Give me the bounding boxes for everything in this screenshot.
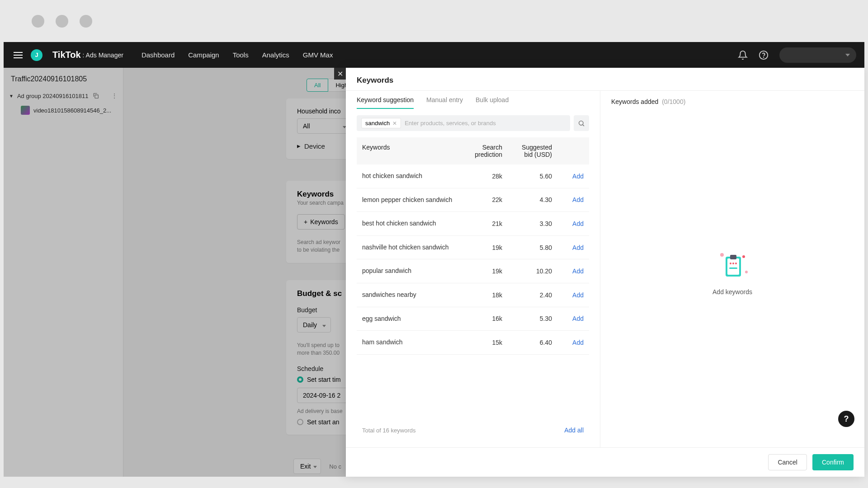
nav-tools[interactable]: Tools (233, 51, 249, 59)
cell-search-prediction: 21k (453, 220, 502, 227)
cell-search-prediction: 16k (453, 315, 502, 322)
keywords-modal: ✕ Keywords Keyword suggestion Manual ent… (346, 68, 864, 477)
svg-point-3 (579, 121, 583, 125)
brand-text: TikTok (52, 50, 81, 60)
add-keyword-link[interactable]: Add (572, 291, 584, 299)
cell-suggested-bid: 6.40 (502, 339, 552, 346)
cell-suggested-bid: 10.20 (502, 267, 552, 275)
add-keyword-link[interactable]: Add (572, 315, 584, 322)
table-row: hot chicken sandwich28k5.60Add (357, 164, 589, 188)
cell-suggested-bid: 2.40 (502, 291, 552, 299)
cell-keyword: best hot chicken sandwich (362, 219, 453, 228)
cell-suggested-bid: 5.30 (502, 315, 552, 322)
cell-search-prediction: 19k (453, 267, 502, 275)
confirm-button[interactable]: Confirm (812, 454, 854, 470)
table-row: sandwiches nearby18k2.40Add (357, 283, 589, 307)
cell-keyword: lemon pepper chicken sandwich (362, 196, 453, 205)
cell-keyword: nashville hot chicken sandwich (362, 243, 453, 252)
account-dropdown[interactable] (779, 47, 856, 63)
table-header: Keywords Searchprediction Suggestedbid (… (357, 137, 589, 164)
search-chip: sandwich ✕ (361, 118, 401, 128)
cell-suggested-bid: 4.30 (502, 196, 552, 203)
cell-search-prediction: 19k (453, 244, 502, 251)
svg-rect-8 (727, 258, 739, 275)
keyword-search-input[interactable] (405, 120, 566, 127)
cell-keyword: sandwiches nearby (362, 291, 453, 300)
svg-point-10 (730, 263, 731, 264)
cell-search-prediction: 22k (453, 196, 502, 203)
keywords-added-count: (0/1000) (662, 98, 685, 105)
tab-bulk[interactable]: Bulk upload (476, 96, 509, 109)
empty-clipboard-icon (717, 250, 748, 282)
cell-search-prediction: 15k (453, 339, 502, 346)
table-row: best hot chicken sandwich21k3.30Add (357, 212, 589, 236)
traffic-light-dot (80, 15, 92, 28)
col-keywords: Keywords (362, 144, 453, 158)
avatar[interactable]: J (31, 49, 42, 61)
search-button[interactable] (574, 115, 589, 131)
nav-dashboard[interactable]: Dashboard (142, 51, 175, 59)
keyword-total: Total of 16 keywords (362, 427, 564, 434)
keyword-search-box[interactable]: sandwich ✕ (357, 115, 570, 131)
close-icon[interactable]: ✕ (334, 68, 346, 80)
add-keyword-link[interactable]: Add (572, 267, 584, 275)
col-suggested-bid: Suggestedbid (USD) (502, 144, 552, 158)
svg-rect-9 (730, 255, 736, 259)
cell-keyword: hot chicken sandwich (362, 172, 453, 181)
nav-campaign[interactable]: Campaign (188, 51, 219, 59)
brand-logo: TikTok : Ads Manager (52, 50, 123, 60)
traffic-light-dot (32, 15, 44, 28)
cell-keyword: egg sandwich (362, 314, 453, 324)
search-icon (578, 120, 585, 127)
add-keyword-link[interactable]: Add (572, 339, 584, 346)
add-keyword-link[interactable]: Add (572, 220, 584, 227)
modal-title: Keywords (346, 68, 864, 91)
hamburger-icon[interactable] (12, 49, 24, 61)
svg-point-12 (735, 263, 737, 264)
top-nav: J TikTok : Ads Manager Dashboard Campaig… (4, 42, 864, 68)
tab-suggestion[interactable]: Keyword suggestion (357, 96, 414, 109)
help-fab[interactable]: ? (838, 411, 854, 427)
cell-suggested-bid: 5.80 (502, 244, 552, 251)
cell-keyword: ham sandwich (362, 338, 453, 347)
table-row: popular sandwich19k10.20Add (357, 259, 589, 283)
empty-state-text: Add keywords (712, 288, 752, 296)
cell-keyword: popular sandwich (362, 267, 453, 276)
table-row: lemon pepper chicken sandwich22k4.30Add (357, 188, 589, 212)
bell-icon[interactable] (738, 50, 748, 60)
help-icon[interactable] (759, 50, 769, 60)
chip-text: sandwich (365, 120, 390, 127)
table-row: nashville hot chicken sandwich19k5.80Add (357, 236, 589, 260)
brand-subtitle: : Ads Manager (83, 52, 123, 59)
cell-search-prediction: 18k (453, 291, 502, 299)
add-keyword-link[interactable]: Add (572, 196, 584, 203)
svg-point-1 (764, 57, 764, 57)
svg-point-5 (742, 255, 745, 258)
add-all-link[interactable]: Add all (564, 427, 584, 434)
svg-rect-13 (729, 267, 737, 269)
table-row: ham sandwich15k6.40Add (357, 331, 589, 355)
chip-remove-icon[interactable]: ✕ (392, 120, 397, 127)
cell-search-prediction: 28k (453, 173, 502, 180)
keywords-added-pane: Keywords added (0/1000) (600, 91, 864, 447)
add-keyword-link[interactable]: Add (572, 173, 584, 180)
cell-suggested-bid: 5.60 (502, 173, 552, 180)
browser-titlebar (0, 0, 868, 42)
cancel-button[interactable]: Cancel (768, 454, 807, 470)
keyword-suggestion-pane: Keyword suggestion Manual entry Bulk upl… (346, 91, 600, 447)
cell-suggested-bid: 3.30 (502, 220, 552, 227)
keywords-added-label: Keywords added (611, 98, 658, 105)
table-row: egg sandwich16k5.30Add (357, 307, 589, 331)
add-keyword-link[interactable]: Add (572, 244, 584, 251)
svg-point-6 (745, 271, 748, 273)
traffic-light-dot (56, 15, 68, 28)
svg-point-4 (720, 253, 724, 257)
nav-gmvmax[interactable]: GMV Max (303, 51, 333, 59)
col-search-prediction: Searchprediction (453, 144, 502, 158)
svg-point-11 (732, 263, 734, 264)
tab-manual[interactable]: Manual entry (426, 96, 463, 109)
nav-analytics[interactable]: Analytics (262, 51, 289, 59)
